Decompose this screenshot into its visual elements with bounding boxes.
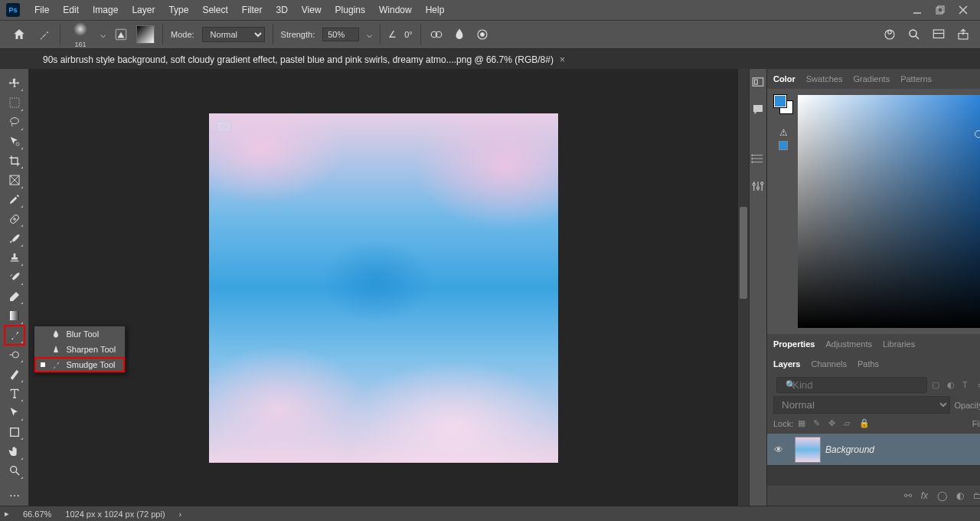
menu-select[interactable]: Select bbox=[195, 2, 234, 18]
menu-image[interactable]: Image bbox=[86, 2, 125, 18]
fg-color-swatch[interactable] bbox=[774, 95, 786, 107]
menu-layer[interactable]: Layer bbox=[125, 2, 162, 18]
share-icon[interactable] bbox=[956, 27, 971, 42]
mask-icon[interactable]: ◯ bbox=[937, 490, 947, 501]
tab-patterns[interactable]: Patterns bbox=[900, 74, 932, 84]
lock-position-icon[interactable]: ✥ bbox=[828, 418, 839, 429]
lock-image-icon[interactable]: ✎ bbox=[813, 418, 824, 429]
menu-plugins[interactable]: Plugins bbox=[328, 2, 372, 18]
frame-tool[interactable] bbox=[5, 170, 24, 189]
smudge-tool[interactable]: Blur Tool Sharpen Tool Smudge Tool bbox=[5, 326, 24, 345]
gamut-warn-icon[interactable]: ⚠ bbox=[779, 127, 788, 138]
text-tool[interactable] bbox=[5, 384, 24, 403]
layer-row[interactable]: 👁 Background 🔒 bbox=[767, 434, 980, 466]
tab-color[interactable]: Color bbox=[773, 74, 795, 84]
lock-artboard-icon[interactable]: ▱ bbox=[844, 418, 854, 429]
vertical-scrollbar[interactable] bbox=[738, 69, 749, 506]
menu-edit[interactable]: Edit bbox=[56, 2, 86, 18]
brush-settings-icon[interactable] bbox=[113, 27, 129, 42]
dodge-tool[interactable] bbox=[5, 345, 24, 364]
tab-properties[interactable]: Properties bbox=[773, 339, 815, 349]
zoom-level[interactable]: 66.67% bbox=[23, 510, 51, 519]
layer-name[interactable]: Background bbox=[825, 444, 980, 455]
comments-dock-icon[interactable] bbox=[750, 101, 766, 118]
menu-view[interactable]: View bbox=[295, 2, 328, 18]
zoom-tool[interactable] bbox=[5, 461, 24, 480]
marquee-tool[interactable] bbox=[5, 93, 24, 112]
filter-image-icon[interactable]: ▢ bbox=[932, 380, 942, 391]
websafe-icon[interactable] bbox=[779, 141, 788, 150]
tab-libraries[interactable]: Libraries bbox=[883, 339, 915, 349]
flyout-blur-tool[interactable]: Blur Tool bbox=[34, 326, 125, 342]
fx-icon[interactable]: fx bbox=[921, 490, 928, 501]
lasso-tool[interactable] bbox=[5, 113, 24, 132]
workspace-icon[interactable] bbox=[931, 27, 946, 42]
document-tab[interactable]: 90s airbrush style background, soft clou… bbox=[35, 49, 571, 69]
menu-3d[interactable]: 3D bbox=[269, 2, 294, 18]
link-layers-icon[interactable]: ⚯ bbox=[904, 490, 912, 501]
brush-preview[interactable]: 161 bbox=[68, 22, 93, 47]
gradient-tool[interactable] bbox=[5, 306, 24, 325]
tab-swatches[interactable]: Swatches bbox=[806, 74, 843, 84]
adjustments-dock-icon[interactable] bbox=[750, 178, 766, 195]
group-icon[interactable]: 🗀 bbox=[973, 490, 980, 501]
tool-preset-icon[interactable] bbox=[37, 27, 52, 42]
layer-filter-input[interactable] bbox=[776, 377, 927, 393]
tab-gradients[interactable]: Gradients bbox=[853, 74, 890, 84]
strength-chevron-icon[interactable]: ⌵ bbox=[367, 29, 372, 40]
pressure-size-icon[interactable] bbox=[475, 27, 490, 42]
home-button[interactable] bbox=[9, 25, 29, 44]
history-brush-tool[interactable] bbox=[5, 267, 24, 287]
tab-paths[interactable]: Paths bbox=[858, 359, 879, 369]
filter-adjust-icon[interactable]: ◐ bbox=[947, 380, 958, 391]
flyout-sharpen-tool[interactable]: Sharpen Tool bbox=[34, 342, 125, 357]
search-icon[interactable] bbox=[906, 27, 922, 42]
color-swatches[interactable] bbox=[774, 95, 792, 113]
menu-window[interactable]: Window bbox=[372, 2, 419, 18]
flyout-smudge-tool[interactable]: Smudge Tool bbox=[34, 357, 125, 372]
canvas[interactable]: AI bbox=[209, 113, 558, 463]
hand-tool[interactable] bbox=[5, 441, 24, 460]
visibility-toggle-icon[interactable]: 👁 bbox=[767, 444, 790, 455]
mode-select[interactable]: Normal bbox=[202, 27, 265, 42]
adjustment-layer-icon[interactable]: ◐ bbox=[956, 490, 964, 501]
minimize-button[interactable] bbox=[911, 4, 923, 16]
shape-tool[interactable] bbox=[5, 422, 24, 441]
tab-adjustments[interactable]: Adjustments bbox=[825, 339, 872, 349]
blend-mode-select[interactable]: Normal bbox=[773, 396, 950, 414]
menu-filter[interactable]: Filter bbox=[235, 2, 270, 18]
brush-tool[interactable] bbox=[5, 228, 24, 247]
color-picker-ring[interactable] bbox=[975, 130, 980, 138]
menu-file[interactable]: File bbox=[28, 2, 56, 18]
brush-chevron-icon[interactable]: ⌵ bbox=[100, 29, 106, 40]
canvas-area[interactable]: AI bbox=[29, 69, 738, 506]
maximize-button[interactable] bbox=[934, 4, 946, 16]
finger-painting-icon[interactable] bbox=[452, 27, 467, 42]
eraser-tool[interactable] bbox=[5, 287, 24, 306]
lock-all-icon[interactable]: 🔒 bbox=[859, 418, 870, 429]
tab-layers[interactable]: Layers bbox=[773, 359, 800, 369]
strength-value[interactable]: 50% bbox=[322, 28, 359, 41]
libraries-dock-icon[interactable] bbox=[750, 150, 766, 167]
menu-help[interactable]: Help bbox=[419, 2, 452, 18]
stamp-tool[interactable] bbox=[5, 248, 24, 267]
quick-select-tool[interactable] bbox=[5, 132, 24, 151]
close-tab-icon[interactable]: × bbox=[560, 54, 565, 65]
tab-channels[interactable]: Channels bbox=[811, 359, 846, 369]
pressure-opacity-icon[interactable] bbox=[429, 27, 444, 42]
crop-tool[interactable] bbox=[5, 151, 24, 170]
path-select-tool[interactable] bbox=[5, 403, 24, 422]
lock-transparency-icon[interactable]: ▦ bbox=[798, 418, 808, 429]
angle-value[interactable]: 0° bbox=[404, 30, 413, 39]
status-chevron-icon[interactable]: › bbox=[179, 510, 182, 519]
layer-thumbnail[interactable] bbox=[795, 437, 821, 463]
toolbar-expand-icon[interactable]: ▸ bbox=[5, 509, 9, 519]
cloud-sync-icon[interactable] bbox=[882, 27, 897, 42]
color-field[interactable] bbox=[798, 95, 980, 328]
eyedropper-tool[interactable] bbox=[5, 190, 24, 209]
close-button[interactable] bbox=[957, 4, 969, 16]
filter-text-icon[interactable]: T bbox=[962, 380, 973, 391]
gradient-preview[interactable] bbox=[136, 25, 155, 44]
move-tool[interactable] bbox=[5, 74, 24, 93]
history-dock-icon[interactable] bbox=[750, 74, 766, 90]
